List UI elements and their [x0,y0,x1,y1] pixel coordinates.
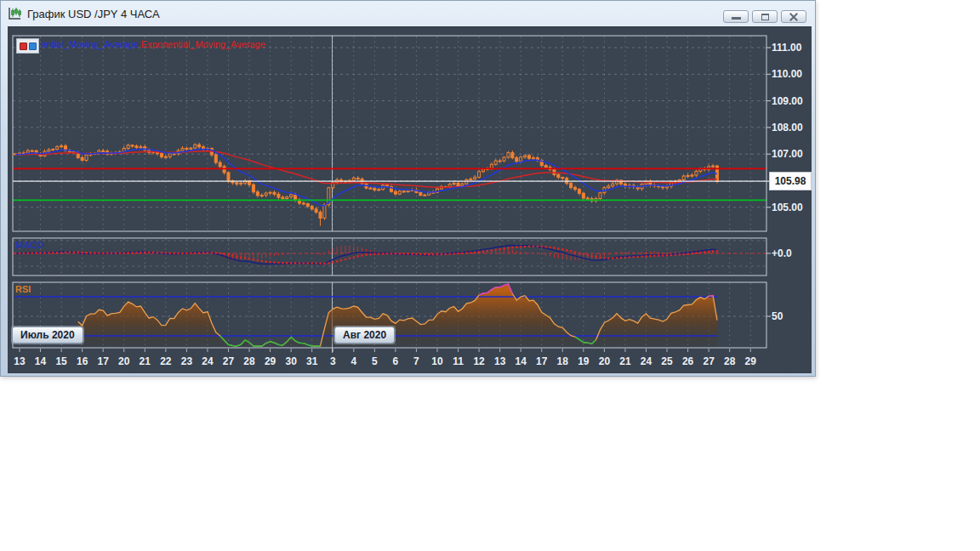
chart-window: График USD /JPY 4 ЧАСА ential_Moving_Ave… [0,0,816,377]
ema-red-swatch[interactable] [20,43,27,50]
x-axis-label: 21 [134,355,156,368]
chart-client-area: ential_Moving_Average.Exponential_Moving… [8,26,812,373]
x-axis-label: 24 [635,355,658,368]
x-axis-label: 6 [385,355,407,368]
minimize-button[interactable] [723,10,749,23]
x-axis-label: 16 [71,355,94,368]
x-axis-label: 20 [593,355,615,368]
x-axis-label: 13 [9,355,31,368]
rsi-panel-label: RSI [15,284,31,294]
x-axis-label: 10 [426,355,448,368]
x-axis-label: 11 [447,355,470,368]
x-axis-label: 29 [259,355,282,368]
x-axis-label: 14 [510,355,532,368]
x-axis-label: 21 [614,355,636,368]
window-controls [723,10,806,23]
price-axis-label: 108.00 [772,121,803,134]
x-axis-label: 22 [155,355,177,368]
x-axis-label: 15 [50,355,72,368]
x-axis-label: 13 [489,355,511,368]
macd-panel-label: MACD [15,240,43,250]
ema-blue-swatch[interactable] [29,43,37,50]
month-badge-aug[interactable]: Авг 2020 [334,327,395,344]
x-axis-label: 25 [656,355,678,368]
x-axis-label: 4 [343,355,365,368]
x-axis-label: 27 [698,355,720,368]
current-price-box: 105.98 [769,172,812,190]
x-axis-label: 30 [280,355,302,368]
x-axis-label: 5 [363,355,385,368]
x-axis-label: 27 [218,355,240,368]
price-axis-label: 107.00 [772,147,803,161]
price-axis-label: 110.00 [772,67,802,81]
x-axis-label: 28 [238,355,260,368]
price-axis-label: 109.00 [772,94,803,108]
window-titlebar[interactable]: График USD /JPY 4 ЧАСА [1,1,815,26]
legend: ential_Moving_Average.Exponential_Moving… [41,39,265,49]
x-axis-label: 28 [719,355,741,368]
close-icon [789,13,798,20]
rsi-axis-label: 50 [772,310,783,323]
x-axis-label: 29 [739,355,761,368]
x-axis-label: 31 [301,355,323,368]
restore-button[interactable] [752,10,778,23]
legend-ema-blue-label: ential_Moving_Average [41,39,139,49]
window-title: График USD /JPY 4 ЧАСА [27,8,160,20]
x-axis-label: 17 [531,355,553,368]
chart-canvas[interactable] [8,27,812,373]
x-axis-label: 7 [405,355,427,368]
x-axis-label: 20 [113,355,135,368]
x-axis-label: 19 [573,355,595,368]
x-axis-label: 17 [92,355,114,368]
x-axis-label: 26 [677,355,699,368]
x-axis-label: 14 [30,355,52,368]
close-button[interactable] [781,10,806,23]
legend-color-box [16,38,39,54]
restore-icon [761,14,769,20]
x-axis-label: 23 [175,355,197,368]
legend-ema-red-label: .Exponential_Moving_Average [139,39,265,49]
candlestick-chart-icon [7,6,22,21]
price-axis-label: 105.00 [772,201,803,214]
price-axis-label: 111.00 [772,41,801,54]
x-axis-label: 3 [322,355,344,368]
x-axis-label: 24 [197,355,219,368]
minimize-icon [732,17,741,20]
x-axis-label: 12 [468,355,490,368]
month-badge-july[interactable]: Июль 2020 [12,327,83,344]
macd-axis-label: +0.0 [772,247,792,260]
x-axis-label: 18 [551,355,573,368]
